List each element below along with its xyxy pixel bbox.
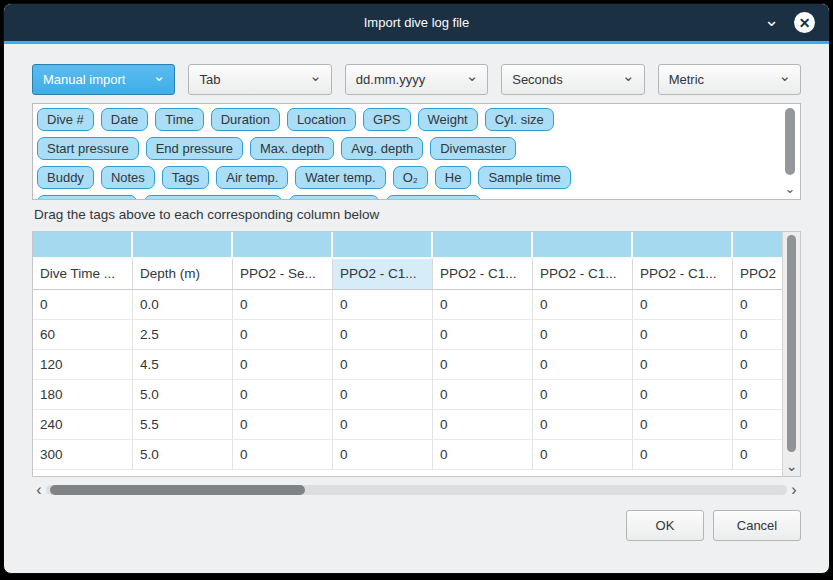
- column-header[interactable]: PPO2 - C1...: [333, 259, 433, 289]
- dialog-buttons: OK Cancel: [4, 498, 829, 541]
- tag-sample-temperature[interactable]: Sample temperature: [144, 195, 282, 200]
- tag-air-temp[interactable]: Air temp.: [216, 166, 288, 189]
- close-button[interactable]: ✕: [794, 12, 815, 33]
- table-cell: 0: [533, 350, 633, 379]
- table-cell: 120: [33, 350, 133, 379]
- drop-target-cell[interactable]: [133, 232, 233, 257]
- table-horizontal-scrollbar[interactable]: ‹ ›: [32, 482, 801, 498]
- tag-avg-depth[interactable]: Avg. depth: [341, 137, 423, 160]
- import-mode-select[interactable]: Manual import ⌄: [32, 64, 175, 95]
- tag-o[interactable]: O₂: [393, 166, 428, 189]
- cancel-button[interactable]: Cancel: [713, 510, 801, 541]
- table-header-row: Dive Time ...Depth (m)PPO2 - Se...PPO2 -…: [33, 259, 800, 290]
- table-row: 602.5000000: [33, 320, 800, 350]
- table-cell: 0: [433, 440, 533, 469]
- tag-rows: Dive #DateTimeDurationLocationGPSWeightC…: [37, 108, 776, 200]
- tag-buddy[interactable]: Buddy: [37, 166, 94, 189]
- drop-target-cell[interactable]: [633, 232, 733, 257]
- tag-gps[interactable]: GPS: [363, 108, 410, 131]
- scrollbar-thumb[interactable]: [785, 108, 795, 175]
- date-format-value: dd.mm.yyyy: [356, 72, 425, 87]
- tag-cyl-size[interactable]: Cyl. size: [485, 108, 554, 131]
- scrollbar-thumb[interactable]: [787, 235, 796, 452]
- scrollbar-thumb[interactable]: [50, 485, 305, 495]
- tag-sample-depth[interactable]: Sample depth: [37, 195, 137, 200]
- tag-divemaster[interactable]: Divemaster: [430, 137, 516, 160]
- table-cell: 0: [233, 290, 333, 319]
- tag-weight[interactable]: Weight: [418, 108, 478, 131]
- drop-target-cell[interactable]: [333, 232, 433, 257]
- tag-list-scrollbar[interactable]: ⌄: [782, 106, 798, 197]
- column-header[interactable]: PPO2 - C1...: [533, 259, 633, 289]
- chevron-down-icon: ⌄: [778, 67, 791, 85]
- drop-target-cell[interactable]: [233, 232, 333, 257]
- tag-dive[interactable]: Dive #: [37, 108, 94, 131]
- chevron-down-icon[interactable]: ⌄: [764, 11, 779, 29]
- import-mode-value: Manual import: [43, 72, 125, 87]
- chevron-down-icon: ⌄: [622, 67, 635, 85]
- column-header[interactable]: PPO2 - C1...: [433, 259, 533, 289]
- tag-date[interactable]: Date: [101, 108, 148, 131]
- table-cell: 0: [533, 290, 633, 319]
- tag-he[interactable]: He: [435, 166, 472, 189]
- table-cell: 0: [33, 290, 133, 319]
- tag-sample-cns[interactable]: Sample CNS: [386, 195, 481, 200]
- ok-button[interactable]: OK: [626, 510, 704, 541]
- table-vertical-scrollbar[interactable]: ⌄: [782, 232, 800, 476]
- units-select[interactable]: Metric ⌄: [658, 64, 801, 95]
- tag-sample-time[interactable]: Sample time: [478, 166, 570, 189]
- tag-row: Start pressureEnd pressureMax. depthAvg.…: [37, 137, 776, 160]
- import-dialog-window: Import dive log file ⌄ ✕ Manual import ⌄…: [3, 3, 830, 574]
- duration-format-value: Seconds: [512, 72, 563, 87]
- table-cell: 0: [433, 290, 533, 319]
- scroll-left-icon[interactable]: ‹: [32, 482, 46, 498]
- table-cell: 0: [633, 440, 733, 469]
- tag-sample-po[interactable]: Sample pO₂: [289, 195, 379, 200]
- table-cell: 0: [333, 350, 433, 379]
- table-cell: 0: [333, 290, 433, 319]
- table-cell: 0: [533, 410, 633, 439]
- table-row: 00.0000000: [33, 290, 800, 320]
- drop-target-row: [33, 232, 800, 259]
- tag-max-depth[interactable]: Max. depth: [250, 137, 334, 160]
- separator-value: Tab: [199, 72, 220, 87]
- column-header[interactable]: Depth (m): [133, 259, 233, 289]
- tag-time[interactable]: Time: [155, 108, 203, 131]
- tag-row: Sample depthSample temperatureSample pO₂…: [37, 195, 776, 200]
- tag-end-pressure[interactable]: End pressure: [146, 137, 243, 160]
- table-cell: 0: [233, 350, 333, 379]
- tag-location[interactable]: Location: [287, 108, 356, 131]
- table-cell: 0: [333, 410, 433, 439]
- drop-target-cell[interactable]: [533, 232, 633, 257]
- chevron-down-icon: ⌄: [466, 67, 479, 85]
- tag-water-temp[interactable]: Water temp.: [295, 166, 385, 189]
- tag-notes[interactable]: Notes: [101, 166, 155, 189]
- scroll-down-icon[interactable]: ⌄: [783, 457, 800, 475]
- table-body: 00.0000000602.50000001204.50000001805.00…: [33, 290, 800, 470]
- drop-target-cell[interactable]: [33, 232, 133, 257]
- table-cell: 0: [633, 410, 733, 439]
- scroll-down-icon[interactable]: ⌄: [782, 181, 798, 197]
- table-cell: 5.5: [133, 410, 233, 439]
- tag-tags[interactable]: Tags: [162, 166, 209, 189]
- drop-target-cell[interactable]: [433, 232, 533, 257]
- column-header[interactable]: Dive Time ...: [33, 259, 133, 289]
- date-format-select[interactable]: dd.mm.yyyy ⌄: [345, 64, 488, 95]
- table-cell: 0: [333, 440, 433, 469]
- tag-start-pressure[interactable]: Start pressure: [37, 137, 139, 160]
- column-header[interactable]: PPO2 - Se...: [233, 259, 333, 289]
- scroll-right-icon[interactable]: ›: [787, 482, 801, 498]
- table-cell: 0: [333, 380, 433, 409]
- table-cell: 0: [233, 320, 333, 349]
- tag-duration[interactable]: Duration: [211, 108, 280, 131]
- separator-select[interactable]: Tab ⌄: [188, 64, 331, 95]
- table-row: 2405.5000000: [33, 410, 800, 440]
- table-row: 3005.0000000: [33, 440, 800, 470]
- window-title: Import dive log file: [364, 15, 470, 30]
- duration-format-select[interactable]: Seconds ⌄: [501, 64, 644, 95]
- table-cell: 0: [633, 350, 733, 379]
- titlebar[interactable]: Import dive log file ⌄ ✕: [4, 4, 829, 41]
- table-cell: 0: [533, 320, 633, 349]
- column-header[interactable]: PPO2 - C1...: [633, 259, 733, 289]
- close-icon: ✕: [799, 16, 811, 30]
